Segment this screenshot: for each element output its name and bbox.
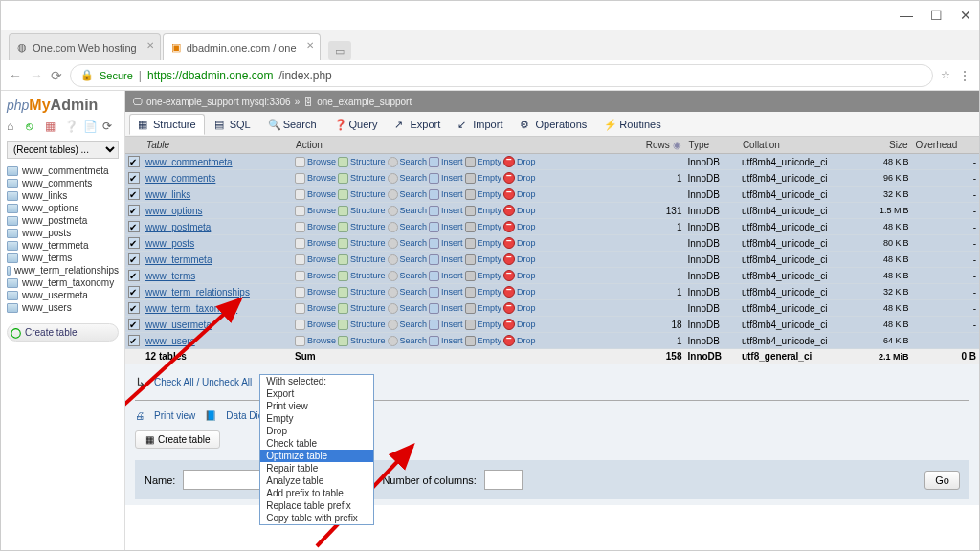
browse-link[interactable]: Browse xyxy=(307,320,336,329)
table-row[interactable]: ✔www_commentmetaBrowse Structure Search … xyxy=(125,154,979,170)
close-icon[interactable]: ✕ xyxy=(306,40,314,51)
sidebar-table-item[interactable]: www_posts xyxy=(7,227,119,239)
structure-link[interactable]: Structure xyxy=(350,206,386,215)
structure-link[interactable]: Structure xyxy=(350,173,386,183)
search-link[interactable]: Search xyxy=(400,238,428,248)
drop-link[interactable]: Drop xyxy=(517,157,536,166)
row-checkbox[interactable]: ✔ xyxy=(128,156,140,167)
drop-link[interactable]: Drop xyxy=(517,238,536,248)
reload-icon[interactable]: ⟳ xyxy=(102,120,116,133)
row-checkbox[interactable]: ✔ xyxy=(128,237,140,249)
dropdown-option[interactable]: Drop xyxy=(260,425,373,437)
table-row[interactable]: ✔www_commentsBrowse Structure Search Ins… xyxy=(125,170,979,187)
tab-search[interactable]: 🔍Search xyxy=(260,115,324,134)
table-row[interactable]: ✔www_termsBrowse Structure Search Insert… xyxy=(125,268,979,284)
empty-link[interactable]: Empty xyxy=(478,254,502,264)
row-checkbox[interactable]: ✔ xyxy=(128,286,140,298)
tab-structure[interactable]: ▦Structure xyxy=(129,114,205,135)
row-checkbox[interactable]: ✔ xyxy=(128,335,140,346)
structure-link[interactable]: Structure xyxy=(350,189,386,199)
back-button[interactable]: ← xyxy=(9,68,22,83)
drop-link[interactable]: Drop xyxy=(517,189,536,199)
structure-link[interactable]: Structure xyxy=(350,254,386,264)
search-link[interactable]: Search xyxy=(400,189,428,199)
drop-link[interactable]: Drop xyxy=(517,336,536,345)
insert-link[interactable]: Insert xyxy=(441,254,463,264)
insert-link[interactable]: Insert xyxy=(441,173,463,183)
forward-button[interactable]: → xyxy=(30,68,43,83)
search-link[interactable]: Search xyxy=(400,320,428,329)
tab-operations[interactable]: ⚙Operations xyxy=(512,115,594,134)
drop-link[interactable]: Drop xyxy=(517,271,536,280)
col-type[interactable]: Type xyxy=(685,137,739,154)
row-checkbox[interactable]: ✔ xyxy=(128,172,140,184)
reload-button[interactable]: ⟳ xyxy=(51,68,62,83)
insert-link[interactable]: Insert xyxy=(441,303,463,313)
check-all-link[interactable]: Check All / Uncheck All xyxy=(154,377,252,387)
dropdown-option[interactable]: Add prefix to table xyxy=(260,487,373,499)
search-link[interactable]: Search xyxy=(400,254,428,264)
drop-link[interactable]: Drop xyxy=(517,254,536,264)
sidebar-table-item[interactable]: www_usermeta xyxy=(7,289,119,301)
help-icon[interactable]: ◉ xyxy=(673,140,681,150)
browser-tab[interactable]: ◍ One.com Web hosting ✕ xyxy=(9,33,161,60)
structure-link[interactable]: Structure xyxy=(350,238,386,248)
col-collation[interactable]: Collation xyxy=(739,137,863,154)
tab-export[interactable]: ↗Export xyxy=(387,115,448,134)
go-button[interactable]: Go xyxy=(924,471,960,490)
create-table-button[interactable]: ◯ Create table xyxy=(7,323,119,342)
create-table-button-main[interactable]: ▦ Create table xyxy=(135,430,220,449)
col-size[interactable]: Size xyxy=(863,137,912,154)
table-row[interactable]: ✔www_postsBrowse Structure Search Insert… xyxy=(125,235,979,252)
table-row[interactable]: ✔www_usermetaBrowse Structure Search Ins… xyxy=(125,317,979,333)
sidebar-table-item[interactable]: www_commentmeta xyxy=(7,165,119,177)
insert-link[interactable]: Insert xyxy=(441,238,463,248)
bookmark-icon[interactable]: ☆ xyxy=(941,69,950,81)
dropdown-option[interactable]: Check table xyxy=(260,437,373,450)
dropdown-option[interactable]: Analyze table xyxy=(260,474,373,487)
print-view-link[interactable]: Print view xyxy=(154,410,195,421)
structure-link[interactable]: Structure xyxy=(350,271,386,280)
table-name-link[interactable]: www_posts xyxy=(145,238,194,249)
sidebar-table-item[interactable]: www_postmeta xyxy=(7,214,119,227)
row-checkbox[interactable]: ✔ xyxy=(128,319,140,330)
recent-tables-select[interactable]: (Recent tables) ... xyxy=(7,141,119,159)
browse-link[interactable]: Browse xyxy=(307,271,336,280)
table-name-link[interactable]: www_postmeta xyxy=(145,222,211,232)
row-checkbox[interactable]: ✔ xyxy=(128,221,140,232)
dropdown-option[interactable]: Copy table with prefix xyxy=(260,512,373,524)
search-link[interactable]: Search xyxy=(400,271,428,280)
table-name-link[interactable]: www_commentmeta xyxy=(145,157,233,167)
insert-link[interactable]: Insert xyxy=(441,271,463,280)
browse-link[interactable]: Browse xyxy=(307,173,336,183)
tab-import[interactable]: ↙Import xyxy=(450,115,510,134)
sidebar-table-item[interactable]: www_users xyxy=(7,301,119,314)
sidebar-table-item[interactable]: www_term_taxonomy xyxy=(7,276,119,289)
sidebar-table-item[interactable]: www_options xyxy=(7,202,119,214)
search-link[interactable]: Search xyxy=(400,206,428,215)
drop-link[interactable]: Drop xyxy=(517,173,536,183)
sql-icon[interactable]: ▦ xyxy=(45,120,58,133)
row-checkbox[interactable]: ✔ xyxy=(128,188,140,200)
structure-link[interactable]: Structure xyxy=(350,287,386,297)
close-icon[interactable]: ✕ xyxy=(146,40,154,51)
empty-link[interactable]: Empty xyxy=(478,206,502,215)
table-name-link[interactable]: www_term_relationships xyxy=(145,287,250,298)
row-checkbox[interactable]: ✔ xyxy=(128,253,140,265)
sidebar-table-item[interactable]: www_comments xyxy=(7,177,119,189)
sidebar-table-item[interactable]: www_term_relationships xyxy=(7,264,119,276)
table-row[interactable]: ✔www_optionsBrowse Structure Search Inse… xyxy=(125,203,979,219)
window-minimize[interactable]: — xyxy=(900,8,913,23)
dropdown-option[interactable]: Replace table prefix xyxy=(260,499,373,512)
drop-link[interactable]: Drop xyxy=(517,303,536,313)
dropdown-option[interactable]: Print view xyxy=(260,400,373,412)
empty-link[interactable]: Empty xyxy=(478,287,502,297)
browse-link[interactable]: Browse xyxy=(307,303,336,313)
empty-link[interactable]: Empty xyxy=(478,238,502,248)
table-row[interactable]: ✔www_term_taxonomyBrowse Structure Searc… xyxy=(125,300,979,317)
search-link[interactable]: Search xyxy=(400,303,428,313)
search-link[interactable]: Search xyxy=(400,157,428,166)
browse-link[interactable]: Browse xyxy=(307,189,336,199)
docs-icon[interactable]: ❔ xyxy=(64,120,78,133)
col-table[interactable]: Table xyxy=(143,137,292,154)
